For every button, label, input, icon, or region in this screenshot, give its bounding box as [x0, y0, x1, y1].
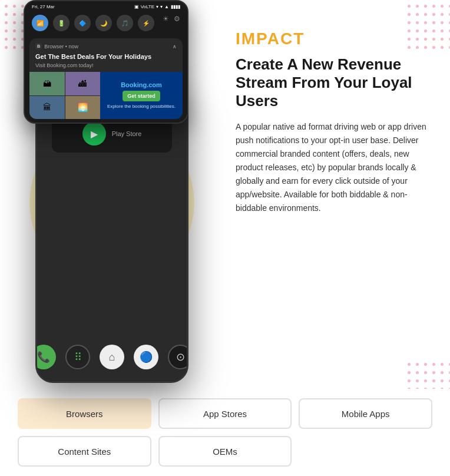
notification-card: B Browser • now ∧ Get The Best Deals For…	[29, 38, 183, 119]
flash-icon: ⚡	[138, 15, 154, 31]
phone-section: Fri, 27 Mar ▣ VoLTE ▾ ▾ ▲ ▮▮▮▮ 📶 🔋 🔷	[0, 12, 224, 377]
camera-app-icon[interactable]: ⊙	[168, 345, 187, 369]
booking-cta-button[interactable]: Get started	[123, 91, 160, 101]
phone-screen: ⠿ Google Manage ▶ Play Store	[37, 90, 187, 381]
tab-mobile-apps[interactable]: Mobile Apps	[299, 398, 432, 429]
tab-content-sites[interactable]: Content Sites	[18, 436, 151, 467]
play-store-button[interactable]: ▶	[82, 122, 106, 146]
tab-app-stores[interactable]: App Stores	[158, 398, 292, 429]
notif-app-name: B Browser • now	[35, 43, 78, 49]
dnd-icon: 🌙	[95, 15, 112, 31]
booking-sub-text: Explore the booking possibilities.	[107, 104, 176, 110]
settings-icon: ⚙	[174, 15, 180, 31]
description: A popular native ad format driving web o…	[236, 120, 432, 216]
phone-main: ⠿ Google Manage ▶ Play Store	[35, 88, 188, 383]
notif-subtitle: Visit Booking.com today!	[29, 62, 183, 72]
headline: Create A New Revenue Stream From Your Lo…	[236, 55, 432, 111]
notif-status-icons: ▣ VoLTE ▾ ▾ ▲ ▮▮▮▮	[134, 4, 180, 9]
home-app-icon[interactable]: ⌂	[100, 345, 124, 369]
impact-label: IMPACT	[236, 29, 432, 48]
notif-expand-icon: ∧	[173, 44, 177, 49]
booking-img-2: 🏙	[65, 72, 101, 95]
notif-title: Get The Best Deals For Your Holidays	[29, 52, 183, 62]
music-icon: 🎵	[117, 15, 133, 31]
battery-icon: 🔋	[53, 15, 70, 31]
app-icons-row: 📞 ⠿ ⌂ 🔵 ⊙	[37, 345, 187, 369]
booking-img-1: 🏔	[29, 72, 65, 95]
booking-img-3: 🏛	[29, 96, 65, 120]
bottom-tabs: Browsers App Stores Mobile Apps Content …	[0, 389, 450, 476]
wifi-icon: 📶	[32, 15, 48, 31]
booking-right-panel: Booking.com Get started Explore the book…	[100, 72, 183, 119]
notif-quick-settings: 📶 🔋 🔷 🌙 🎵 ⚡ ☀ ⚙	[25, 11, 187, 35]
bluetooth-icon: 🔷	[74, 15, 91, 31]
notif-status-bar: Fri, 27 Mar ▣ VoLTE ▾ ▾ ▲ ▮▮▮▮	[25, 1, 187, 11]
booking-logo: Booking.com	[121, 81, 162, 88]
notif-date: Fri, 27 Mar	[32, 4, 55, 9]
booking-images: 🏔 🏙 🏛 🌅	[29, 72, 100, 119]
main-content: Fri, 27 Mar ▣ VoLTE ▾ ▾ ▲ ▮▮▮▮ 📶 🔋 🔷	[0, 0, 450, 389]
home-screen: Google Manage ▶ Play Store 📞 ⠿ ⌂	[37, 101, 187, 381]
tab-browsers[interactable]: Browsers	[18, 398, 151, 429]
chrome-app-icon[interactable]: 🔵	[134, 345, 158, 369]
phone-app-icon[interactable]: 📞	[37, 345, 56, 369]
notification-phone: Fri, 27 Mar ▣ VoLTE ▾ ▾ ▲ ▮▮▮▮ 📶 🔋 🔷	[24, 0, 188, 124]
chat-app-icon[interactable]: ⠿	[65, 345, 90, 369]
tab-oems[interactable]: OEMs	[158, 436, 292, 467]
booking-img-4: 🌅	[65, 96, 101, 120]
phone-wrapper: Fri, 27 Mar ▣ VoLTE ▾ ▾ ▲ ▮▮▮▮ 📶 🔋 🔷	[35, 18, 188, 383]
booking-ad-content: 🏔 🏙 🏛 🌅 Booking.com Get started Explore …	[29, 72, 183, 119]
text-section: IMPACT Create A New Revenue Stream From …	[224, 12, 450, 377]
brightness-icon: ☀	[163, 15, 169, 31]
play-store-label: Play Store	[112, 130, 142, 137]
